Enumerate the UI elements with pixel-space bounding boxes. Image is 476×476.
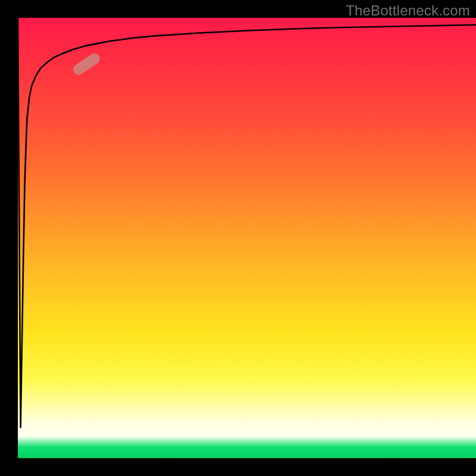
watermark-text: TheBottleneck.com [346, 2, 470, 19]
gradient-background [18, 18, 476, 458]
plot-area [18, 18, 476, 458]
chart-frame: TheBottleneck.com [0, 0, 476, 476]
